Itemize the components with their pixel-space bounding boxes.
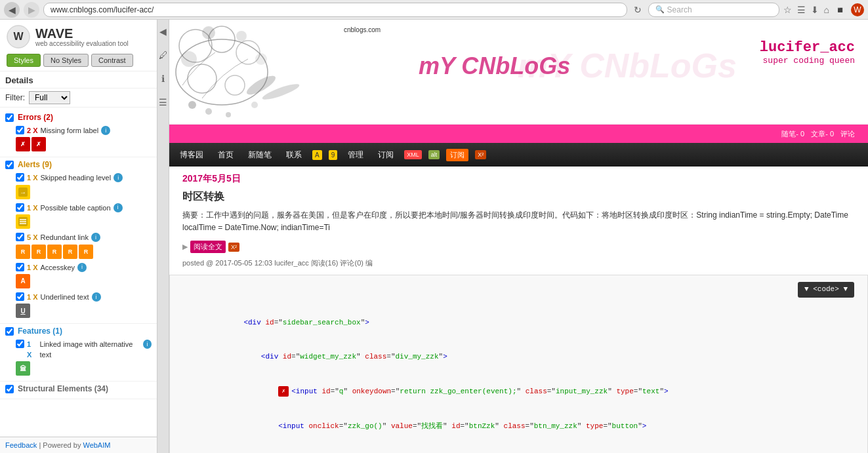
feature-item-1-checkbox[interactable]: [16, 340, 24, 348]
wave-sidebar: W WAVE web accessibility evaluation tool…: [0, 20, 157, 453]
alert-item-5-label: Underlined text: [41, 292, 89, 302]
refresh-button[interactable]: ↻: [631, 5, 644, 15]
alert-icon-3c[interactable]: R: [47, 245, 62, 259]
code-line-2: <div id="widget_my_zzk" class="div_my_zz…: [183, 340, 854, 375]
svg-point-19: [202, 26, 215, 39]
post-summary: 摘要：工作中遇到的问题，服务器在美国，但是客户在印度，所以要把本地时间/服务器时…: [182, 209, 855, 234]
alerts-header: Alerts (9): [5, 160, 152, 169]
filter-select[interactable]: Full Errors Alerts: [29, 91, 70, 104]
read-more-arrow: ▶: [182, 243, 188, 251]
svg-point-17: [225, 75, 245, 95]
forward-button[interactable]: ▶: [24, 2, 39, 18]
error-info-icon[interactable]: i: [101, 126, 110, 135]
nav-link-3[interactable]: 新随笔: [244, 147, 276, 163]
structural-checkbox[interactable]: [5, 385, 14, 393]
nav-link-6[interactable]: 订阅: [374, 147, 398, 163]
download-icon[interactable]: ⬇: [811, 5, 819, 15]
error-icon-2[interactable]: ✗: [31, 137, 46, 151]
svg-point-21: [255, 53, 267, 65]
search-placeholder: Search: [667, 5, 692, 14]
nav-badge-alt: alt: [428, 150, 440, 159]
svg-point-16: [188, 64, 217, 93]
alert-2-info-icon[interactable]: i: [114, 203, 123, 212]
svg-text:✗: ✗: [20, 141, 26, 148]
strip-icon-1[interactable]: ◀: [159, 26, 167, 37]
features-header: Features (1): [5, 326, 152, 336]
alert-icon-4[interactable]: A: [16, 274, 30, 288]
search-bar[interactable]: 🔍 Search: [648, 3, 779, 17]
alert-item-3-checkbox[interactable]: [16, 233, 24, 241]
profile-icon[interactable]: W: [851, 3, 864, 16]
code-toggle-button[interactable]: ▼ <code> ▼: [798, 282, 854, 298]
alert-icon-3b[interactable]: R: [31, 245, 46, 259]
feature-icon-1[interactable]: 🏛: [16, 361, 30, 376]
nav-link-5[interactable]: 管理: [344, 147, 367, 163]
strip-icon-4[interactable]: ☰: [159, 97, 167, 108]
alert-4-info-icon[interactable]: i: [77, 263, 87, 272]
pocket-icon[interactable]: ◾: [835, 5, 846, 15]
read-more-button[interactable]: 阅读全文: [190, 241, 226, 253]
bookmark-icon[interactable]: ☆: [783, 5, 792, 15]
alert-item-1-checkbox[interactable]: [16, 173, 24, 182]
footer-webaim[interactable]: WebAIM: [83, 441, 110, 449]
footer-feedback[interactable]: Feedback: [5, 441, 37, 449]
nav-badge-xml: XML: [404, 150, 422, 159]
alert-icon-3d[interactable]: R: [63, 245, 77, 259]
nav-link-2[interactable]: 首页: [214, 147, 238, 163]
features-label: Features (1): [18, 326, 62, 336]
wave-scroll-area[interactable]: Errors (2) 2 X Missing form label i ✗: [0, 108, 157, 437]
alert-icon-3e[interactable]: R: [79, 245, 93, 259]
wave-footer: Feedback | Powered by WebAIM: [0, 437, 157, 453]
nav-link-1[interactable]: 博客园: [176, 147, 207, 163]
error-item-checkbox[interactable]: [16, 126, 24, 134]
code-line-1: <div id="sidebar_search_box">: [183, 305, 854, 340]
alert-icon-3a[interactable]: R: [16, 245, 30, 259]
alert-5-info-icon[interactable]: i: [92, 292, 101, 302]
no-styles-button[interactable]: No Styles: [43, 54, 89, 67]
strip-icon-2[interactable]: 🖊: [159, 50, 168, 60]
alert-1-info-icon[interactable]: i: [114, 173, 123, 182]
floral-decoration: [169, 20, 366, 125]
styles-button[interactable]: Styles: [7, 54, 41, 67]
nav-badge-x2: X²: [475, 150, 486, 159]
error-marker-1[interactable]: ✗: [278, 386, 289, 397]
alert-1-icons: →: [5, 185, 152, 199]
browser-icons: ☆ ☰ ⬇ ⌂ ◾ W: [783, 3, 864, 16]
browser-window: ◀ ▶ www.cnblogs.com/lucifer-acc/ ↻ 🔍 Sea…: [0, 0, 868, 453]
code-line-4: <input onclick="zzk_go()" value="找找看" id…: [183, 409, 854, 444]
alert-item-1-label: Skipped heading level: [41, 173, 112, 183]
nav-link-4[interactable]: 联系: [282, 147, 306, 163]
alert-item-4: 1 X Accesskey i: [5, 262, 152, 274]
errors-section: Errors (2) 2 X Missing form label i ✗: [0, 110, 157, 157]
blog-content: 2017年5月5日 时区转换 摘要：工作中遇到的问题，服务器在美国，但是客户在印…: [169, 167, 868, 275]
alert-icon-2[interactable]: [16, 214, 30, 229]
structural-header: Structural Elements (34): [5, 384, 152, 393]
reader-icon[interactable]: ☰: [797, 5, 806, 15]
features-checkbox[interactable]: [5, 327, 14, 336]
alert-item-4-checkbox[interactable]: [16, 263, 24, 271]
alert-item-2-checkbox[interactable]: [16, 203, 24, 212]
post-date: 2017年5月5日: [182, 173, 855, 185]
strip-icon-3[interactable]: ℹ: [161, 73, 165, 84]
feature-1-info-icon[interactable]: i: [143, 340, 152, 349]
back-button[interactable]: ◀: [4, 2, 20, 18]
code-area: ▼ <code> ▼ <div id="sidebar_search_box">…: [169, 275, 868, 453]
alerts-checkbox[interactable]: [5, 161, 14, 169]
code-line-5: </div>: [183, 444, 854, 453]
url-text: www.cnblogs.com/lucifer-acc/: [51, 5, 154, 14]
alert-3-info-icon[interactable]: i: [91, 233, 100, 242]
post-title: 时区转换: [182, 190, 855, 204]
errors-checkbox[interactable]: [5, 113, 14, 122]
alert-icon-5[interactable]: U: [16, 304, 30, 318]
error-icon-1[interactable]: ✗: [16, 137, 30, 151]
address-bar[interactable]: www.cnblogs.com/lucifer-acc/: [43, 3, 627, 17]
svg-point-20: [236, 31, 247, 41]
alert-item-5-checkbox[interactable]: [16, 292, 24, 301]
alert-icon-1[interactable]: →: [16, 185, 30, 199]
alert-3-icons: R R R R R: [5, 245, 152, 259]
home-icon[interactable]: ⌂: [824, 5, 829, 15]
feature-item-1: 1 X Linked image with alternative text i: [5, 338, 152, 361]
contrast-button[interactable]: Contrast: [91, 54, 133, 67]
cnblogs-tag: cnblogs.com: [340, 25, 384, 35]
blog-name: lucifer_acc: [760, 39, 855, 56]
